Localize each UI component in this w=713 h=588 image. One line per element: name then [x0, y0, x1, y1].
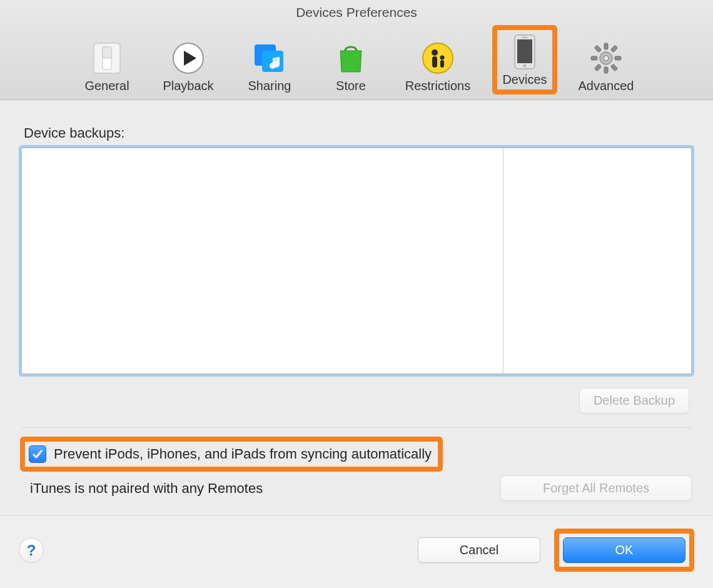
svg-point-7 [423, 43, 453, 73]
svg-rect-20 [591, 56, 597, 60]
tab-label: General [84, 79, 129, 93]
cancel-button[interactable]: Cancel [418, 537, 540, 563]
music-share-icon [250, 39, 289, 78]
delete-backup-button[interactable]: Delete Backup [579, 388, 689, 413]
footer-bar: ? Cancel OK [0, 515, 713, 588]
list-column-name [22, 148, 503, 373]
svg-rect-2 [103, 47, 111, 58]
svg-rect-18 [604, 43, 608, 49]
tab-general[interactable]: General [73, 38, 141, 94]
ok-button-highlight: OK [554, 529, 694, 572]
tab-label: Playback [163, 79, 213, 93]
prevent-sync-label: Prevent iPods, iPhones, and iPads from s… [54, 446, 432, 462]
window-title: Devices Preferences [0, 4, 713, 24]
preferences-toolbar: General Playback [0, 24, 713, 99]
svg-rect-23 [610, 64, 617, 71]
device-backups-list[interactable] [21, 148, 692, 374]
list-column-date [503, 148, 691, 373]
svg-point-17 [604, 56, 609, 61]
svg-rect-15 [522, 37, 528, 38]
svg-rect-11 [440, 60, 444, 68]
tab-label: Sharing [248, 79, 291, 93]
remotes-status-text: iTunes is not paired with any Remotes [30, 480, 263, 497]
svg-point-14 [523, 64, 526, 67]
tab-store[interactable]: Store [316, 38, 385, 94]
preferences-window: Devices Preferences General [0, 0, 713, 588]
tab-devices[interactable]: Devices [490, 25, 559, 94]
svg-point-8 [432, 49, 438, 56]
gear-icon [587, 39, 625, 78]
tab-restrictions[interactable]: Restrictions [398, 38, 478, 94]
tab-label: Store [336, 79, 366, 93]
svg-rect-19 [604, 67, 608, 73]
tab-playback[interactable]: Playback [154, 38, 223, 94]
ok-button[interactable]: OK [563, 537, 685, 563]
content-area: Device backups: Delete Backup Prevent iP… [0, 100, 713, 515]
iphone-icon [505, 33, 544, 71]
svg-rect-9 [432, 56, 437, 68]
parental-icon [418, 39, 457, 78]
remotes-row: iTunes is not paired with any Remotes Fo… [21, 475, 692, 501]
shopping-bag-icon [331, 39, 370, 78]
tab-label: Advanced [579, 79, 634, 93]
titlebar: Devices Preferences General [0, 0, 713, 100]
tab-advanced[interactable]: Advanced [572, 38, 640, 94]
section-divider [21, 427, 692, 428]
prevent-sync-row[interactable]: Prevent iPods, iPhones, and iPads from s… [20, 437, 443, 472]
tab-label: Restrictions [405, 79, 470, 93]
prevent-sync-checkbox[interactable] [29, 445, 46, 463]
svg-rect-24 [610, 45, 617, 52]
tab-sharing[interactable]: Sharing [235, 38, 304, 94]
svg-rect-22 [594, 45, 601, 52]
device-backups-label: Device backups: [24, 125, 692, 141]
svg-rect-13 [517, 39, 532, 63]
svg-rect-25 [594, 64, 601, 71]
svg-point-10 [440, 56, 445, 60]
help-button[interactable]: ? [19, 538, 44, 563]
switch-icon [88, 39, 126, 78]
svg-rect-21 [615, 56, 621, 60]
play-icon [169, 39, 208, 78]
tab-label: Devices [502, 73, 547, 87]
forget-remotes-button[interactable]: Forget All Remotes [500, 475, 692, 501]
